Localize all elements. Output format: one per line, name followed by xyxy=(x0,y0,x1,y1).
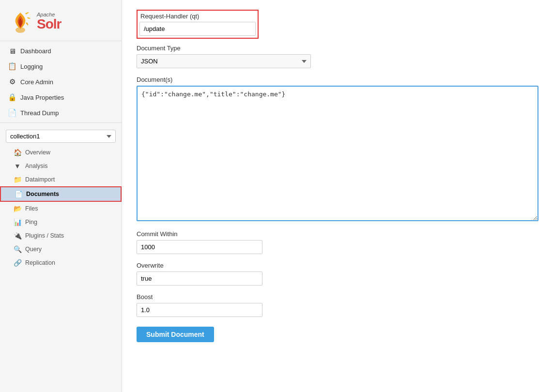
document-type-select[interactable]: JSON XML CSV PDF DOC XSLT RICH_DOC xyxy=(137,54,311,68)
java-properties-label: Java Properties xyxy=(20,94,64,101)
dataimport-icon: 📁 xyxy=(14,176,21,183)
overwrite-input[interactable] xyxy=(137,271,262,286)
logo-text: Apache Solr xyxy=(37,12,61,31)
files-label: Files xyxy=(25,205,38,212)
documents-textarea[interactable]: {"id":"change.me","title":"change.me"} xyxy=(137,86,538,221)
boost-input[interactable] xyxy=(137,303,262,317)
ping-label: Ping xyxy=(25,219,37,226)
nav-thread-dump[interactable]: 📄 Thread Dump xyxy=(0,105,122,121)
overview-label: Overview xyxy=(25,149,50,156)
request-handler-input[interactable] xyxy=(139,22,256,36)
files-icon: 📂 xyxy=(14,205,21,212)
main-content: Request-Handler (qt) Document Type JSON … xyxy=(122,0,553,392)
submit-document-button[interactable]: Submit Document xyxy=(137,327,214,342)
dashboard-label: Dashboard xyxy=(20,47,51,55)
documents-icon: 📄 xyxy=(15,190,22,198)
subnav-plugins-stats[interactable]: 🔌 Plugins / Stats xyxy=(0,229,122,242)
subnav-documents[interactable]: 📄 Documents xyxy=(0,186,122,202)
boost-group: Boost xyxy=(137,293,524,317)
subnav-overview[interactable]: 🏠 Overview xyxy=(0,146,122,159)
java-properties-icon: 🔒 xyxy=(8,93,16,102)
core-admin-label: Core Admin xyxy=(20,78,53,86)
core-admin-icon: ⚙ xyxy=(8,77,16,86)
collection-dropdown-area: collection1 xyxy=(0,125,122,146)
query-icon: 🔍 xyxy=(14,245,21,253)
logging-icon: 📋 xyxy=(8,62,16,71)
request-handler-label: Request-Handler (qt) xyxy=(139,13,256,20)
ping-icon: 📊 xyxy=(14,218,21,226)
solr-logo-icon xyxy=(8,9,33,34)
documents-label: Documents xyxy=(26,191,59,197)
form-area: Request-Handler (qt) Document Type JSON … xyxy=(122,0,538,352)
dashboard-icon: 🖥 xyxy=(8,46,16,55)
subnav-dataimport[interactable]: 📁 Dataimport xyxy=(0,173,122,186)
subnav-ping[interactable]: 📊 Ping xyxy=(0,215,122,229)
solr-label: Solr xyxy=(37,17,61,31)
collection-select[interactable]: collection1 xyxy=(6,130,116,143)
replication-icon: 🔗 xyxy=(14,259,21,267)
replication-label: Replication xyxy=(25,259,55,266)
plugins-stats-label: Plugins / Stats xyxy=(25,232,64,239)
commit-within-input[interactable] xyxy=(137,240,262,254)
subnav-query[interactable]: 🔍 Query xyxy=(0,242,122,256)
logging-label: Logging xyxy=(20,63,43,70)
boost-label: Boost xyxy=(137,293,524,301)
plugins-stats-icon: 🔌 xyxy=(14,232,21,240)
request-handler-wrapper: Request-Handler (qt) xyxy=(137,10,259,39)
overview-icon: 🏠 xyxy=(14,149,21,156)
nav-java-properties[interactable]: 🔒 Java Properties xyxy=(0,90,122,105)
document-type-group: Document Type JSON XML CSV PDF DOC XSLT … xyxy=(137,45,524,68)
subnav-files[interactable]: 📂 Files xyxy=(0,202,122,215)
documents-group: Document(s) {"id":"change.me","title":"c… xyxy=(137,76,524,223)
subnav-replication[interactable]: 🔗 Replication xyxy=(0,256,122,270)
dataimport-label: Dataimport xyxy=(25,176,55,183)
query-label: Query xyxy=(25,246,42,253)
commit-within-group: Commit Within xyxy=(137,230,524,254)
documents-label: Document(s) xyxy=(137,76,524,83)
thread-dump-icon: 📄 xyxy=(8,108,16,117)
analysis-icon: ▼ xyxy=(14,162,21,170)
nav-divider-top xyxy=(0,41,122,41)
subnav-analysis[interactable]: ▼ Analysis xyxy=(0,159,122,173)
nav-core-admin[interactable]: ⚙ Core Admin xyxy=(0,74,122,90)
analysis-label: Analysis xyxy=(25,163,48,169)
nav-logging[interactable]: 📋 Logging xyxy=(0,59,122,74)
sidebar: Apache Solr 🖥 Dashboard 📋 Logging ⚙ Core… xyxy=(0,0,122,392)
nav-dashboard[interactable]: 🖥 Dashboard xyxy=(0,43,122,59)
document-type-label: Document Type xyxy=(137,45,524,52)
logo-area: Apache Solr xyxy=(0,0,122,39)
overwrite-label: Overwrite xyxy=(137,262,524,269)
nav-divider-mid xyxy=(0,122,122,123)
thread-dump-label: Thread Dump xyxy=(20,109,59,117)
overwrite-group: Overwrite xyxy=(137,262,524,286)
commit-within-label: Commit Within xyxy=(137,230,524,238)
